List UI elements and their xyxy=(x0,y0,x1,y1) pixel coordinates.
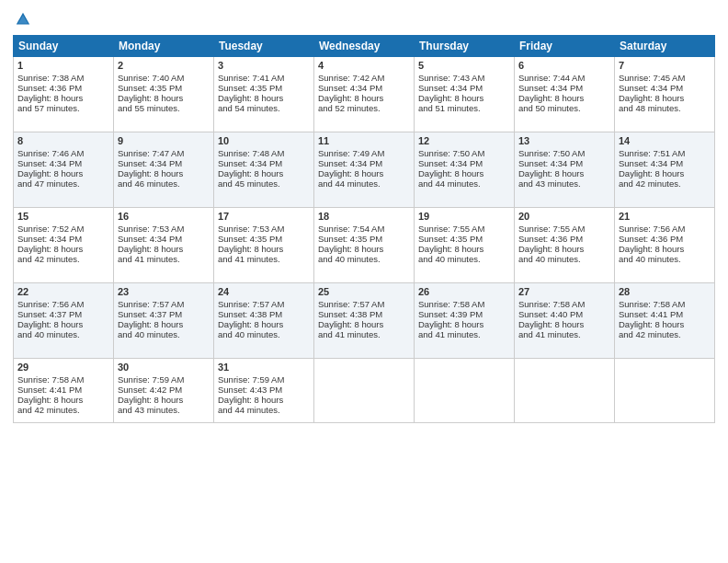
sunset-info: Sunset: 4:34 PM xyxy=(418,158,483,168)
daylight-line2: and 41 minutes. xyxy=(118,254,180,264)
sunrise-info: Sunrise: 7:58 AM xyxy=(518,299,585,309)
daylight-line1: Daylight: 8 hours xyxy=(518,93,584,103)
page-container: SundayMondayTuesdayWednesdayThursdayFrid… xyxy=(0,0,728,563)
daylight-line1: Daylight: 8 hours xyxy=(318,319,383,329)
sunrise-info: Sunrise: 7:58 AM xyxy=(17,374,84,385)
daylight-line1: Daylight: 8 hours xyxy=(17,93,83,103)
daylight-line2: and 44 minutes. xyxy=(418,178,481,189)
calendar-cell: 11 Sunrise: 7:49 AM Sunset: 4:34 PM Dayl… xyxy=(314,132,415,208)
day-number: 23 xyxy=(118,286,210,297)
daylight-line2: and 40 minutes. xyxy=(17,329,80,339)
day-number: 11 xyxy=(318,135,410,146)
calendar-cell xyxy=(515,359,615,423)
daylight-line1: Daylight: 8 hours xyxy=(619,319,684,329)
sunrise-info: Sunrise: 7:44 AM xyxy=(518,73,585,83)
day-number: 26 xyxy=(418,286,510,297)
calendar-cell: 22 Sunrise: 7:56 AM Sunset: 4:37 PM Dayl… xyxy=(14,283,114,359)
daylight-line2: and 48 minutes. xyxy=(619,103,681,113)
day-number: 8 xyxy=(17,135,109,146)
daylight-line2: and 43 minutes. xyxy=(118,405,180,415)
sunset-info: Sunset: 4:37 PM xyxy=(17,309,82,319)
day-number: 1 xyxy=(17,60,109,71)
daylight-line1: Daylight: 8 hours xyxy=(118,395,183,405)
calendar-table: SundayMondayTuesdayWednesdayThursdayFrid… xyxy=(13,35,715,423)
daylight-line2: and 44 minutes. xyxy=(218,405,280,415)
day-number: 5 xyxy=(418,60,510,71)
sunrise-info: Sunrise: 7:56 AM xyxy=(17,299,84,309)
sunrise-info: Sunrise: 7:55 AM xyxy=(518,224,585,234)
calendar-cell: 9 Sunrise: 7:47 AM Sunset: 4:34 PM Dayli… xyxy=(114,132,214,208)
calendar-cell xyxy=(415,359,515,423)
sunset-info: Sunset: 4:35 PM xyxy=(218,83,282,93)
daylight-line1: Daylight: 8 hours xyxy=(318,93,383,103)
day-number: 19 xyxy=(418,211,510,222)
daylight-line2: and 41 minutes. xyxy=(518,329,581,339)
sunrise-info: Sunrise: 7:58 AM xyxy=(619,299,685,309)
daylight-line1: Daylight: 8 hours xyxy=(218,168,283,178)
calendar-cell: 17 Sunrise: 7:53 AM Sunset: 4:35 PM Dayl… xyxy=(214,208,314,283)
sunrise-info: Sunrise: 7:52 AM xyxy=(17,224,84,234)
day-number: 13 xyxy=(518,135,610,146)
daylight-line1: Daylight: 8 hours xyxy=(118,244,183,254)
daylight-line1: Daylight: 8 hours xyxy=(17,168,83,178)
sunrise-info: Sunrise: 7:48 AM xyxy=(218,148,284,158)
calendar-cell: 6 Sunrise: 7:44 AM Sunset: 4:34 PM Dayli… xyxy=(515,57,615,132)
daylight-line2: and 42 minutes. xyxy=(619,329,681,339)
daylight-line1: Daylight: 8 hours xyxy=(218,395,283,405)
daylight-line2: and 42 minutes. xyxy=(619,178,681,189)
calendar-cell: 25 Sunrise: 7:57 AM Sunset: 4:38 PM Dayl… xyxy=(314,283,415,359)
daylight-line2: and 40 minutes. xyxy=(218,329,280,339)
day-number: 22 xyxy=(17,286,109,297)
daylight-line1: Daylight: 8 hours xyxy=(418,168,483,178)
daylight-line2: and 40 minutes. xyxy=(118,329,180,339)
sunset-info: Sunset: 4:34 PM xyxy=(318,83,382,93)
sunset-info: Sunset: 4:35 PM xyxy=(318,234,382,244)
sunset-info: Sunset: 4:41 PM xyxy=(17,385,82,395)
daylight-line2: and 52 minutes. xyxy=(318,103,381,113)
calendar-cell: 15 Sunrise: 7:52 AM Sunset: 4:34 PM Dayl… xyxy=(14,208,114,283)
sunrise-info: Sunrise: 7:40 AM xyxy=(118,73,184,83)
daylight-line1: Daylight: 8 hours xyxy=(118,319,183,329)
calendar-cell: 3 Sunrise: 7:41 AM Sunset: 4:35 PM Dayli… xyxy=(214,57,314,132)
daylight-line1: Daylight: 8 hours xyxy=(418,244,483,254)
calendar-cell: 28 Sunrise: 7:58 AM Sunset: 4:41 PM Dayl… xyxy=(615,283,715,359)
daylight-line1: Daylight: 8 hours xyxy=(17,319,83,329)
sunset-info: Sunset: 4:41 PM xyxy=(619,309,683,319)
header xyxy=(13,11,715,28)
sunset-info: Sunset: 4:35 PM xyxy=(118,83,182,93)
sunrise-info: Sunrise: 7:38 AM xyxy=(17,73,84,83)
day-number: 6 xyxy=(518,60,610,71)
daylight-line2: and 41 minutes. xyxy=(318,329,381,339)
day-number: 31 xyxy=(218,362,310,373)
day-number: 29 xyxy=(17,362,109,373)
daylight-line2: and 54 minutes. xyxy=(218,103,280,113)
sunset-info: Sunset: 4:38 PM xyxy=(318,309,382,319)
sunrise-info: Sunrise: 7:56 AM xyxy=(619,224,685,234)
day-number: 15 xyxy=(17,211,109,222)
calendar-cell: 26 Sunrise: 7:58 AM Sunset: 4:39 PM Dayl… xyxy=(415,283,515,359)
sunrise-info: Sunrise: 7:57 AM xyxy=(218,299,284,309)
logo xyxy=(13,11,31,28)
daylight-line2: and 40 minutes. xyxy=(518,254,581,264)
weekday-header-sunday: Sunday xyxy=(14,36,114,57)
daylight-line2: and 44 minutes. xyxy=(318,178,381,189)
daylight-line2: and 43 minutes. xyxy=(518,178,581,189)
sunrise-info: Sunrise: 7:59 AM xyxy=(218,374,284,385)
day-number: 27 xyxy=(518,286,610,297)
sunset-info: Sunset: 4:42 PM xyxy=(118,385,182,395)
sunrise-info: Sunrise: 7:45 AM xyxy=(619,73,685,83)
daylight-line1: Daylight: 8 hours xyxy=(619,168,684,178)
sunset-info: Sunset: 4:34 PM xyxy=(118,234,182,244)
sunset-info: Sunset: 4:34 PM xyxy=(619,83,683,93)
calendar-cell: 23 Sunrise: 7:57 AM Sunset: 4:37 PM Dayl… xyxy=(114,283,214,359)
sunrise-info: Sunrise: 7:46 AM xyxy=(17,148,84,158)
daylight-line2: and 41 minutes. xyxy=(418,329,481,339)
day-number: 20 xyxy=(518,211,610,222)
sunrise-info: Sunrise: 7:41 AM xyxy=(218,73,284,83)
calendar-cell: 12 Sunrise: 7:50 AM Sunset: 4:34 PM Dayl… xyxy=(415,132,515,208)
daylight-line2: and 42 minutes. xyxy=(17,405,80,415)
weekday-header-tuesday: Tuesday xyxy=(214,36,314,57)
daylight-line1: Daylight: 8 hours xyxy=(518,168,584,178)
calendar-cell: 30 Sunrise: 7:59 AM Sunset: 4:42 PM Dayl… xyxy=(114,359,214,423)
calendar-cell: 13 Sunrise: 7:50 AM Sunset: 4:34 PM Dayl… xyxy=(515,132,615,208)
